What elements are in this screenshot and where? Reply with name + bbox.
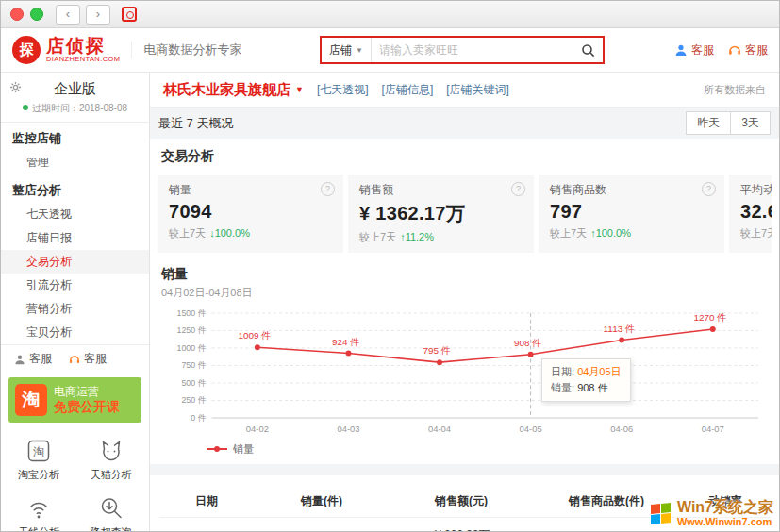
back-button[interactable]: ‹ <box>56 5 80 25</box>
search-box: 店铺 ▼ <box>320 36 605 64</box>
svg-text:250 件: 250 件 <box>181 395 206 405</box>
customer-service-link-qq[interactable]: 客服 <box>674 42 714 58</box>
expire-date: 过期时间：2018-08-08 <box>1 99 149 122</box>
edition-row: 企业版 <box>1 73 149 99</box>
sidebar-item-marketing-analysis[interactable]: 营销分析 <box>1 297 149 321</box>
sidebar-service-link[interactable]: 客服 <box>69 351 107 367</box>
range-button-3day[interactable]: 3天 <box>730 111 771 135</box>
brand-tagline: 电商数据分析专家 <box>131 42 241 58</box>
customer-service-link-wangwang[interactable]: 客服 <box>728 42 768 58</box>
stats-row: 销量 ? 7094 较上7天↓100.0% 销售额 ? ¥ 1362.17万 较… <box>158 175 772 253</box>
sidebar-services: 客服 客服 <box>1 345 149 373</box>
chart-legend: 销量 <box>207 442 768 457</box>
chevron-down-icon: ▼ <box>295 85 304 94</box>
section-gap <box>150 464 779 475</box>
ad-line2: 免费公开课 <box>54 399 120 415</box>
sidebar-item-traffic-analysis[interactable]: 引流分析 <box>1 274 149 297</box>
header-services: 客服 客服 <box>674 42 768 58</box>
taobao-icon: 淘 <box>15 384 47 416</box>
app-icon[interactable] <box>122 7 137 22</box>
chart-date-range: 04月02日-04月08日 <box>161 286 768 300</box>
taobao-square-icon: 淘 <box>3 437 75 465</box>
search-category-dropdown[interactable]: 店铺 ▼ <box>322 38 372 62</box>
cell-qty: 1075 <box>301 529 435 531</box>
section-shop-analysis: 整店分析 <box>1 175 149 203</box>
sidebar-item-item-analysis[interactable]: 宝贝分析 <box>1 321 149 344</box>
link-seven-day-view[interactable]: [七天透视] <box>317 82 369 98</box>
sidebar-item-manage[interactable]: 管理 <box>1 151 149 175</box>
svg-text:1000 件: 1000 件 <box>176 343 206 353</box>
cell-products: 354 <box>569 529 708 531</box>
body: 企业版 过期时间：2018-08-08 监控店铺 管理 整店分析 七天透视 店铺… <box>1 73 779 531</box>
stat-compare: 较上7天↑100.0% <box>550 226 713 241</box>
svg-text:04-03: 04-03 <box>337 424 359 434</box>
wifi-icon <box>3 494 75 523</box>
app-window: ‹ › 探 店侦探 DIANZHENTAN.COM 电商数据分析专家 店铺 ▼ <box>0 0 780 532</box>
tool-wireless-analysis[interactable]: 无线分析 <box>3 494 75 531</box>
svg-text:1500 件: 1500 件 <box>176 308 206 318</box>
status-dot <box>23 105 28 110</box>
search-button[interactable] <box>573 38 603 62</box>
tool-demotion-check[interactable]: 降权查询 <box>75 494 148 531</box>
help-icon[interactable]: ? <box>321 182 335 196</box>
maximize-button[interactable] <box>30 8 43 21</box>
brand-domain: DIANZHENTAN.COM <box>46 55 120 63</box>
stat-delta: ↑11.2% <box>400 231 434 242</box>
tooltip-value: 908 件 <box>577 382 607 393</box>
sales-chart-block: 销量 04月02日-04月08日 0 件250 件500 件750 件1000 … <box>158 266 772 457</box>
customer-service-label: 客服 <box>691 42 714 58</box>
sidebar: 企业版 过期时间：2018-08-08 监控店铺 管理 整店分析 七天透视 店铺… <box>1 73 150 531</box>
link-shop-info[interactable]: [店铺信息] <box>382 82 434 98</box>
tools-grid: 淘 淘宝分析 天猫分析 <box>1 427 149 531</box>
watermark: Win7系统之家 Www.Winwin7.com <box>651 499 773 527</box>
tool-taobao-analysis[interactable]: 淘 淘宝分析 <box>3 437 75 482</box>
customer-service-label: 客服 <box>745 42 768 58</box>
help-icon[interactable]: ? <box>702 182 716 196</box>
data-source-note: 所有数据来自 <box>704 83 766 97</box>
brand-logo: 探 店侦探 DIANZHENTAN.COM <box>12 36 120 64</box>
col-date: 日期 <box>195 493 301 509</box>
legend-label: 销量 <box>233 442 254 457</box>
headset-icon <box>728 43 741 57</box>
sidebar-item-trade-analysis[interactable]: 交易分析 <box>1 250 149 274</box>
svg-text:500 件: 500 件 <box>181 378 206 388</box>
svg-text:1250 件: 1250 件 <box>176 325 206 335</box>
chevron-down-icon: ▼ <box>356 46 363 55</box>
header: 探 店侦探 DIANZHENTAN.COM 电商数据分析专家 店铺 ▼ <box>1 28 779 73</box>
taobao-course-ad-banner[interactable]: 淘 电商运营 免费公开课 <box>8 377 141 423</box>
forward-button[interactable]: › <box>86 5 110 25</box>
stat-delta: ↑100.0% <box>590 227 631 239</box>
help-icon[interactable]: ? <box>511 182 525 196</box>
watermark-url: Www.Winwin7.com <box>677 516 773 527</box>
sidebar-service-link[interactable]: 客服 <box>14 351 52 367</box>
section-monitor-shops: 监控店铺 <box>1 123 149 151</box>
stat-card-sales-amount: 销售额 ? ¥ 1362.17万 较上7天↑11.2% <box>348 175 534 253</box>
svg-text:1270 件: 1270 件 <box>693 312 726 323</box>
col-amount: 销售额(元) <box>435 493 569 509</box>
chart-area: 0 件250 件500 件750 件1000 件1250 件1500 件04-0… <box>161 302 768 442</box>
shop-name-dropdown[interactable]: 林氏木业家具旗舰店 ▼ <box>163 81 304 99</box>
close-button[interactable] <box>10 8 24 21</box>
sidebar-item-seven-day[interactable]: 七天透视 <box>1 203 149 226</box>
tool-tmall-analysis[interactable]: 天猫分析 <box>75 437 148 482</box>
stat-value: 797 <box>550 201 713 223</box>
cell-amount: ¥ 206.33万 <box>435 527 569 531</box>
sidebar-item-daily-report[interactable]: 店铺日报 <box>1 226 149 250</box>
tooltip-date: 04月05日 <box>577 366 621 377</box>
range-buttons: 昨天 3天 <box>687 111 771 135</box>
svg-text:750 件: 750 件 <box>181 360 206 370</box>
overview-bar: 最近 7 天概况 昨天 3天 <box>150 108 779 139</box>
search-category-label: 店铺 <box>329 42 352 58</box>
stat-card-sales-volume: 销量 ? 7094 较上7天↓100.0% <box>158 175 343 253</box>
search-input[interactable] <box>372 43 573 57</box>
trade-analysis-card: 交易分析 销量 ? 7094 较上7天↓100.0% 销售额 ? ¥ 1362.… <box>150 139 779 464</box>
cat-icon <box>75 437 148 465</box>
stat-value: 7094 <box>169 201 332 223</box>
gear-icon[interactable] <box>9 81 22 93</box>
stat-delta: ↓100.0% <box>209 227 250 239</box>
range-button-yesterday[interactable]: 昨天 <box>686 111 731 135</box>
cell-date: 2015-04-08 <box>195 529 301 531</box>
watermark-title: Win7系统之家 <box>677 499 773 516</box>
magnifier-down-arrow-icon <box>75 494 148 523</box>
link-shop-keywords[interactable]: [店铺关键词] <box>446 82 509 98</box>
